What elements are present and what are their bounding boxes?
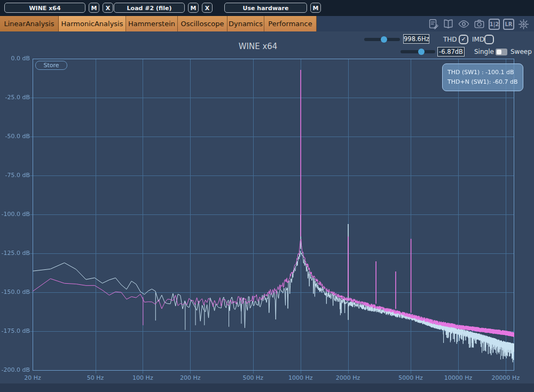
instance-button[interactable]: Use hardware — [224, 3, 307, 13]
x-tick-label: 20 Hz — [24, 374, 41, 381]
level-value-field[interactable]: -6.87dB — [437, 47, 465, 57]
tab-performance[interactable]: Performance — [264, 16, 317, 31]
y-tick-label: -150.0 dB — [0, 289, 30, 295]
gear-icon[interactable] — [517, 18, 530, 30]
tab-harmonicanalysis[interactable]: HarmonicAnalysis — [59, 16, 126, 31]
imd-checkbox[interactable] — [484, 35, 494, 44]
close-button[interactable]: X — [202, 3, 213, 13]
sweep-label: Sweep — [511, 48, 532, 55]
frequency-slider[interactable] — [364, 38, 400, 41]
y-tick-label: -200.0 dB — [0, 366, 30, 373]
y-tick-label: -75.0 dB — [0, 172, 30, 179]
mute-button[interactable]: M — [89, 3, 99, 13]
instance-bar: WINE x64MXLoad #2 (file)MXUse hardwareM — [0, 0, 534, 16]
frequency-value-field[interactable]: 998.6Hz — [403, 34, 429, 44]
y-tick-label: -125.0 dB — [0, 250, 30, 257]
lr-icon[interactable]: LR — [503, 19, 514, 30]
store-button[interactable]: Store — [35, 61, 67, 70]
x-tick-label: 2000 Hz — [336, 374, 360, 381]
thdn-readout-line: THD+N (SW1): -60.7 dB — [447, 77, 518, 87]
book-icon[interactable] — [442, 18, 454, 30]
status-strip — [0, 383, 534, 392]
thd-readout-box: THD (SW1) : -100.1 dB THD+N (SW1): -60.7… — [442, 63, 523, 91]
x-tick-label: 500 Hz — [243, 374, 264, 381]
mute-button[interactable]: M — [310, 3, 321, 13]
y-tick-label: 0.0 dB — [0, 55, 30, 62]
x-tick-label: 10000 Hz — [444, 374, 473, 381]
imd-label: IMD — [472, 36, 484, 43]
frequency-slider-thumb[interactable] — [381, 36, 387, 43]
x-tick-label: 200 Hz — [180, 374, 201, 381]
close-button[interactable]: X — [103, 3, 113, 13]
y-tick-label: -50.0 dB — [0, 133, 30, 140]
toggle-handle — [497, 50, 501, 54]
plugin-analyzer-window: WINE x64MXLoad #2 (file)MXUse hardwareM … — [0, 0, 534, 392]
x-tick-label: 1000 Hz — [288, 374, 313, 381]
level-slider[interactable] — [400, 50, 435, 53]
toolbar-icons: 1|2LR — [427, 18, 530, 30]
thd-label: THD — [443, 36, 457, 43]
notes-icon[interactable] — [427, 18, 439, 30]
instance-button[interactable]: WINE x64 — [4, 3, 85, 13]
level-slider-thumb[interactable] — [418, 49, 425, 55]
tab-hammerstein[interactable]: Hammerstein — [126, 16, 178, 31]
x-tick-label: 20000 Hz — [492, 374, 520, 381]
y-tick-label: -175.0 dB — [0, 327, 30, 334]
camera-icon[interactable] — [473, 18, 485, 30]
x-tick-label: 5000 Hz — [398, 374, 423, 381]
instance-button[interactable]: Load #2 (file) — [114, 3, 185, 13]
mute-button[interactable]: M — [188, 3, 199, 13]
single-sweep-toggle[interactable] — [496, 49, 507, 55]
tab-linearanalysis[interactable]: LinearAnalysis — [0, 16, 59, 31]
thd-checkbox[interactable]: ✓ — [459, 35, 468, 44]
x-tick-label: 50 Hz — [87, 374, 104, 381]
one-two-icon[interactable]: 1|2 — [489, 19, 500, 30]
x-tick-label: 100 Hz — [132, 374, 153, 381]
y-tick-label: -25.0 dB — [0, 94, 30, 101]
thd-readout-line: THD (SW1) : -100.1 dB — [447, 68, 518, 77]
spectrum-plot-canvas[interactable] — [29, 59, 514, 374]
tab-dynamics[interactable]: Dynamics — [227, 16, 264, 31]
eye-icon[interactable] — [458, 18, 470, 30]
tab-oscilloscope[interactable]: Oscilloscope — [178, 16, 227, 31]
y-tick-label: -100.0 dB — [0, 211, 30, 218]
single-label: Single — [474, 48, 494, 55]
